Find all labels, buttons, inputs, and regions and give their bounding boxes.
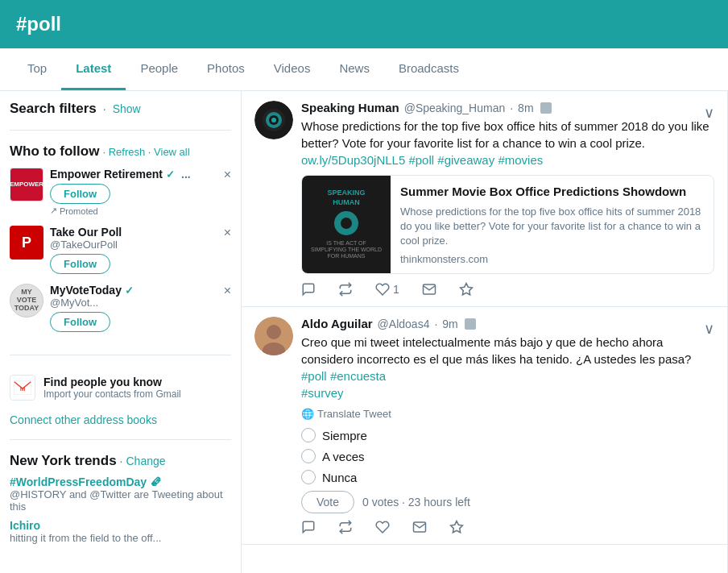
tweet-time-speaking-human: 8m — [518, 102, 533, 114]
trend-desc-ichiro: hitting it from the field to the off... — [10, 532, 231, 544]
trends-dot: · — [120, 455, 123, 467]
tweet-hashtag-poll-2[interactable]: #poll — [301, 369, 327, 383]
tweet-hashtag-survey[interactable]: #survey — [301, 386, 344, 400]
promoted-arrow-icon: ↗ — [50, 206, 57, 216]
who-to-follow-actions: · Refresh · View all — [102, 146, 189, 158]
svg-point-6 — [271, 118, 276, 122]
tweet-aldo-aguilar: Aldo Aguilar @Aldoas4 · 9m Creo que mi t… — [242, 307, 727, 545]
more-button-aldo[interactable]: ∨ — [704, 320, 714, 338]
connect-address-books-link[interactable]: Connect other address books — [10, 413, 231, 426]
tweet-hashtag-poll-1[interactable]: #poll — [408, 153, 434, 167]
follow-button-empower[interactable]: Follow — [50, 184, 110, 204]
avatar-myvote: MY VOTETODAY — [10, 284, 43, 318]
tweet-header-aldo: Aldo Aguilar @Aldoas4 · 9m — [301, 317, 714, 330]
follow-info-empower: Empower Retirement ✓ ... Follow ↗ Promot… — [50, 168, 231, 216]
follow-button-myvote[interactable]: Follow — [50, 312, 110, 332]
avatar-takepoll: P — [10, 226, 43, 260]
close-button-myvote[interactable]: × — [224, 284, 231, 298]
poll-option-siempre: Siempre — [301, 428, 714, 442]
avatar-speaking-human — [254, 101, 293, 139]
ellipsis-empower: ... — [181, 168, 191, 181]
who-to-follow-view-all[interactable]: View all — [154, 146, 190, 158]
reply-button-speaking-human[interactable] — [301, 282, 316, 297]
aldo-avatar-img — [254, 317, 293, 355]
tweet-actions-speaking-human: 1 — [301, 282, 714, 297]
search-filters: Search filters · Show — [10, 101, 231, 117]
tweet-name-aldo: Aldo Aguilar — [301, 317, 373, 330]
tab-top[interactable]: Top — [13, 48, 61, 90]
tweet-handle-aldo: @Aldoas4 — [378, 318, 430, 330]
reply-button-aldo[interactable] — [301, 520, 316, 534]
tweet-hashtag-encuesta[interactable]: #encuesta — [330, 369, 386, 383]
message-button-aldo[interactable] — [412, 520, 427, 534]
who-to-follow-refresh[interactable]: Refresh — [109, 146, 146, 158]
retweet-button-speaking-human[interactable] — [338, 282, 353, 297]
close-button-poll[interactable]: × — [224, 226, 231, 240]
translate-tweet-aldo[interactable]: 🌐 Translate Tweet — [301, 408, 714, 420]
follow-name-empower: Empower Retirement ✓ ... — [50, 168, 231, 181]
poll-label-aveces: A veces — [322, 450, 365, 463]
more-button-speaking-human[interactable]: ∨ — [704, 104, 714, 122]
poll-vote-row-aldo: Vote 0 votes · 23 hours left — [301, 491, 714, 513]
poll-radio-nunca[interactable] — [301, 470, 316, 484]
trends-header: New York trends · Change — [10, 453, 231, 469]
poll-stats-aldo: 0 votes · 23 hours left — [362, 496, 470, 509]
tab-broadcasts[interactable]: Broadcasts — [384, 48, 474, 90]
avatar-aldo-aguilar — [254, 317, 293, 355]
tab-videos[interactable]: Videos — [259, 48, 325, 90]
tab-news[interactable]: News — [325, 48, 384, 90]
tweet-name-speaking-human: Speaking Human — [301, 101, 399, 114]
close-button-empower[interactable]: × — [224, 168, 231, 182]
trend-item-ichiro: Ichiro hitting it from the field to the … — [10, 519, 231, 544]
tweet-text-speaking-human: Whose predictions for the top five box o… — [301, 118, 714, 168]
search-filters-label: Search filters — [10, 101, 97, 117]
find-people-subtitle: Import your contacts from Gmail — [43, 388, 181, 400]
poll-radio-aveces[interactable] — [301, 449, 316, 463]
poll-option-aveces: A veces — [301, 449, 714, 463]
tweet-body-aldo: Aldo Aguilar @Aldoas4 · 9m Creo que mi t… — [301, 317, 714, 534]
tweet-hashtag-giveaway[interactable]: #giveaway — [437, 153, 494, 167]
follow-handle-poll: @TakeOurPoll — [50, 239, 231, 251]
tab-latest[interactable]: Latest — [61, 48, 126, 90]
who-to-follow-section: Who to follow · Refresh · View all EMPOW… — [10, 143, 231, 355]
tweet-text-aldo: Creo que mi tweet intelectualmente más b… — [301, 334, 714, 401]
tweet-header-speaking-human: Speaking Human @Speaking_Human · 8m — [301, 101, 714, 114]
search-filters-dot: · — [103, 102, 106, 115]
find-people-text: Find people you know Import your contact… — [43, 376, 181, 400]
tweet-hashtag-movies[interactable]: #movies — [498, 153, 543, 167]
trends-change[interactable]: Change — [126, 455, 165, 467]
who-to-follow-dot: · — [102, 146, 105, 158]
poll-radio-siempre[interactable] — [301, 428, 316, 442]
promoted-badge-empower: ↗ Promoted — [50, 206, 231, 216]
tweet-link-speaking-human[interactable]: ow.ly/5Dup30jNLL5 — [301, 153, 405, 167]
trend-hashtag-worldpress[interactable]: #WorldPressFreedomDay 🗞 — [10, 475, 161, 488]
svg-marker-11 — [451, 521, 463, 533]
poll-vote-button-aldo[interactable]: Vote — [301, 491, 354, 513]
trend-hashtag-ichiro[interactable]: Ichiro — [10, 519, 40, 532]
poll-option-nunca: Nunca — [301, 470, 714, 484]
preview-desc-speaking-human: Whose predictions for the top five box o… — [400, 205, 704, 249]
retweet-button-aldo[interactable] — [338, 520, 353, 534]
like-button-aldo[interactable] — [375, 520, 390, 534]
verified-icon-myvote: ✓ — [125, 284, 134, 297]
message-button-speaking-human[interactable] — [422, 282, 436, 297]
save-button-aldo[interactable] — [449, 520, 464, 534]
preview-image-speaking-human: SPEAKINGHUMAN IS THE ACT OFSIMPLIFYING T… — [302, 176, 391, 273]
page-title: #poll — [16, 13, 712, 35]
header: #poll — [0, 0, 728, 48]
tweet-actions-aldo — [301, 520, 714, 534]
follow-handle-myvote: @MyVot... — [50, 297, 231, 309]
layout: Search filters · Show Who to follow · Re… — [0, 91, 728, 573]
gmail-icon: M — [10, 375, 35, 401]
follow-button-poll[interactable]: Follow — [50, 254, 110, 274]
tweet-body-speaking-human: Speaking Human @Speaking_Human · 8m Whos… — [301, 101, 714, 297]
search-filters-show[interactable]: Show — [113, 102, 141, 115]
main-feed: Speaking Human @Speaking_Human · 8m Whos… — [242, 91, 728, 573]
save-button-speaking-human[interactable] — [459, 282, 474, 297]
avatar-empower: EMPOWER — [10, 168, 43, 201]
trend-desc-worldpress: @HISTORY and @Twitter are Tweeting about… — [10, 488, 231, 513]
tweet-speaking-human: Speaking Human @Speaking_Human · 8m Whos… — [242, 91, 727, 307]
like-button-speaking-human[interactable]: 1 — [375, 282, 399, 297]
tab-people[interactable]: People — [126, 48, 192, 90]
tab-photos[interactable]: Photos — [192, 48, 259, 90]
